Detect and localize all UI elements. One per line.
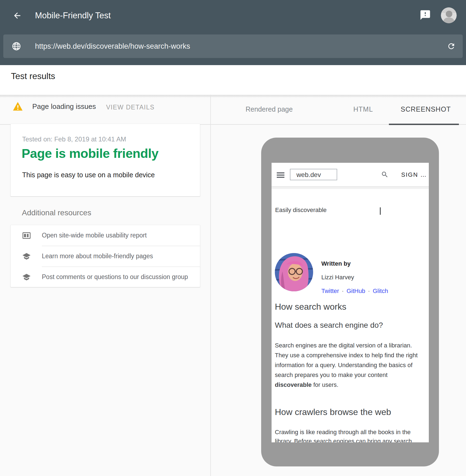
site-name: web.dev [296, 171, 321, 179]
user-avatar-photo-icon [441, 7, 457, 23]
globe-icon [11, 41, 21, 51]
section2-paragraph: Crawling is like reading through all the… [275, 428, 421, 442]
verdict-text: Page is mobile friendly [22, 146, 158, 161]
screenshot-browser-header: web.dev SIGN … [272, 163, 429, 187]
feedback-icon [420, 9, 431, 21]
section1-heading: What does a search engine do? [275, 321, 383, 330]
mobile-friendly-test-app: Mobile-Friendly Test [0, 0, 466, 476]
link-github: GitHub [346, 288, 365, 294]
back-button[interactable] [13, 11, 22, 20]
section1-paragraph: Search engines are the digital version o… [275, 341, 421, 390]
tab-screenshot[interactable]: SCREENSHOT [401, 105, 451, 113]
tested-on-label: Tested on: Feb 8, 2019 at 10:41 AM [22, 135, 126, 143]
written-by-label: Written by [321, 260, 351, 267]
author-links: Twitter·GitHub·Glitch [321, 288, 388, 295]
resource-label: Open site-wide mobile usability report [42, 232, 147, 239]
school-icon [22, 252, 31, 261]
resources-card: Open site-wide mobile usability report L… [10, 225, 200, 287]
refresh-icon [447, 42, 456, 51]
page-title: Test results [11, 71, 55, 81]
section2-heading: How crawlers browse the web [275, 407, 391, 417]
screenshot-page-label: Easily discoverable [275, 207, 327, 214]
bold-term: discoverable [275, 381, 312, 388]
school-icon [22, 273, 31, 281]
site-search-field: web.dev [290, 169, 337, 180]
resource-item-usability-report[interactable]: Open site-wide mobile usability report [11, 225, 200, 246]
author-name: Lizzi Harvey [321, 274, 354, 281]
url-text: https://web.dev/discoverable/how-search-… [35, 42, 190, 50]
hamburger-menu-icon [277, 172, 284, 178]
resource-item-learn-more[interactable]: Learn more about mobile-friendly pages [11, 246, 200, 267]
active-tab-indicator [389, 124, 459, 125]
sign-in-text: SIGN … [401, 171, 427, 178]
clipped-element-bar [380, 207, 381, 215]
verdict-description: This page is easy to use on a mobile dev… [22, 171, 155, 179]
link-separator: · [342, 288, 344, 294]
warning-label: Page loading issues [32, 102, 96, 111]
browser-header-shadow [272, 187, 429, 189]
back-arrow-icon [13, 11, 22, 20]
search-icon [381, 171, 389, 178]
feedback-button[interactable] [420, 9, 431, 21]
author-avatar [275, 253, 313, 291]
url-bar[interactable]: https://web.dev/discoverable/how-search-… [3, 34, 463, 58]
tab-html[interactable]: HTML [353, 105, 373, 113]
resource-label: Post comments or questions to our discus… [42, 273, 188, 281]
app-title: Mobile-Friendly Test [35, 10, 111, 21]
article-title: How search works [275, 302, 346, 312]
warning-icon [13, 101, 23, 111]
refresh-button[interactable] [447, 42, 456, 51]
resource-label: Learn more about mobile-friendly pages [42, 252, 153, 260]
link-separator: · [368, 288, 370, 294]
screenshot-preview: web.dev SIGN … Easily discoverable [272, 163, 429, 442]
results-header: Test results [0, 65, 466, 95]
view-details-button[interactable]: VIEW DETAILS [106, 104, 155, 111]
link-glitch: Glitch [373, 288, 388, 294]
user-avatar[interactable] [441, 7, 457, 23]
report-icon [22, 231, 31, 240]
panel-divider [210, 95, 211, 476]
result-card: Tested on: Feb 8, 2019 at 10:41 AM Page … [10, 124, 200, 196]
resource-item-discussion-group[interactable]: Post comments or questions to our discus… [11, 267, 200, 288]
link-twitter: Twitter [321, 288, 339, 294]
app-bar: Mobile-Friendly Test [0, 0, 466, 65]
tab-rendered-page[interactable]: Rendered page [246, 105, 293, 113]
header-shadow [0, 95, 466, 98]
additional-resources-heading: Additional resources [22, 208, 91, 217]
